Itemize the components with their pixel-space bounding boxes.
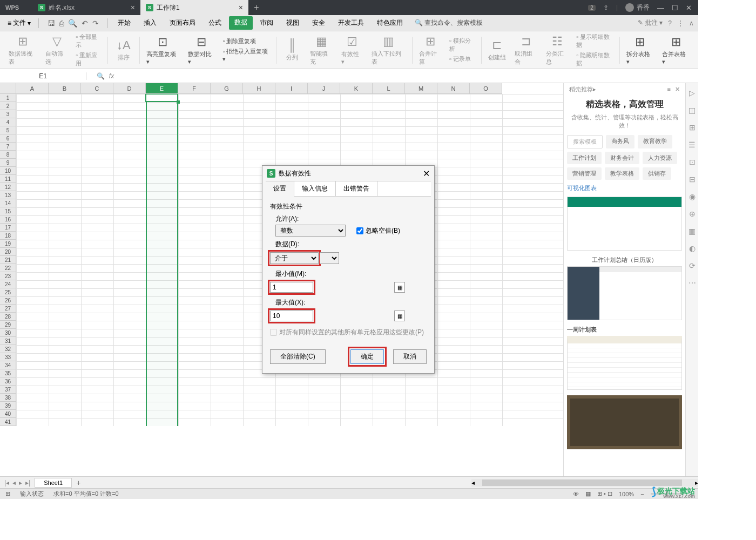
tag-商务风[interactable]: 商务风	[606, 135, 634, 148]
tab-settings[interactable]: 设置	[266, 181, 294, 197]
ribbon-重新应用[interactable]: ▫ 重新应用	[76, 51, 102, 68]
ribbon-高亮重复项[interactable]: ⊡高亮重复项 ▾	[142, 35, 184, 65]
sidebar-icon[interactable]: ⊟	[689, 175, 696, 184]
sidebar-icon[interactable]: ⊕	[689, 210, 696, 218]
undo-icon[interactable]: ↶	[82, 19, 88, 28]
search-commands[interactable]: 🔍 查找命令、搜索模板	[409, 16, 488, 30]
tag-营销管理[interactable]: 营销管理	[567, 167, 602, 180]
col-header-H[interactable]: H	[243, 83, 275, 93]
row-header-14[interactable]: 14	[0, 199, 16, 207]
user-account[interactable]: 香香	[625, 3, 650, 12]
data-select[interactable]: 介于	[270, 252, 319, 264]
row-header-28[interactable]: 28	[0, 313, 16, 321]
col-header-B[interactable]: B	[49, 83, 81, 93]
row-header-1[interactable]: 1	[0, 94, 16, 102]
row-header-31[interactable]: 31	[0, 337, 16, 345]
data-select-arrow[interactable]	[320, 252, 339, 264]
first-sheet-icon[interactable]: |◂	[4, 479, 9, 487]
row-header-35[interactable]: 35	[0, 369, 16, 377]
tab-input-message[interactable]: 输入信息	[294, 181, 336, 196]
help-icon[interactable]: ?	[668, 19, 672, 27]
ribbon-取消组合[interactable]: ⊐取消组合	[510, 35, 542, 66]
menu-特色应用[interactable]: 特色应用	[372, 16, 408, 30]
row-header-10[interactable]: 10	[0, 167, 16, 175]
ribbon-记录单[interactable]: ▫ 记录单	[449, 55, 476, 63]
max-input[interactable]	[270, 310, 313, 321]
print-icon[interactable]: ⎙	[59, 19, 64, 28]
prev-sheet-icon[interactable]: ◂	[12, 479, 16, 487]
tab-error-alert[interactable]: 出错警告	[336, 181, 377, 196]
col-header-K[interactable]: K	[340, 83, 373, 93]
close-icon[interactable]: ✕	[675, 86, 680, 93]
save-icon[interactable]: 🖫	[48, 19, 55, 28]
notification-badge[interactable]: 2	[588, 5, 596, 11]
ribbon-分类汇总[interactable]: ☷分类汇总	[542, 35, 573, 66]
next-sheet-icon[interactable]: ▸	[19, 479, 22, 487]
row-header-9[interactable]: 9	[0, 159, 16, 167]
row-header-34[interactable]: 34	[0, 361, 16, 369]
row-header-5[interactable]: 5	[0, 126, 16, 134]
ribbon-插入下拉列表[interactable]: ▥插入下拉列表	[367, 35, 410, 66]
ribbon-自动筛选[interactable]: ▽自动筛选	[41, 35, 72, 66]
ribbon-数据对比[interactable]: ⊟数据对比 ▾	[184, 35, 220, 65]
col-header-J[interactable]: J	[308, 83, 340, 93]
col-header-I[interactable]: I	[275, 83, 308, 93]
row-header-19[interactable]: 19	[0, 240, 16, 248]
col-header-F[interactable]: F	[178, 83, 211, 93]
sidebar-icon[interactable]: ▷	[689, 89, 695, 97]
template-item[interactable]	[567, 395, 682, 449]
col-header-E[interactable]: E	[146, 83, 178, 93]
col-header-L[interactable]: L	[373, 83, 405, 93]
template-item[interactable]: 一周计划表	[567, 326, 682, 390]
fx-icon[interactable]: fx	[109, 72, 114, 80]
sidebar-icon[interactable]: ◉	[689, 192, 696, 201]
menu-公式[interactable]: 公式	[203, 16, 227, 30]
menu-安全[interactable]: 安全	[307, 16, 330, 30]
ribbon-数据透视表[interactable]: ⊞数据透视表	[4, 35, 41, 66]
menu-数据[interactable]: 数据	[229, 16, 253, 30]
template-item[interactable]: 工作计划总结（日历版）	[567, 256, 682, 320]
comment-button[interactable]: ✎ 批注 ▾	[638, 18, 663, 28]
mode-indicator-icon[interactable]: ⊞	[5, 490, 10, 497]
row-header-15[interactable]: 15	[0, 207, 16, 215]
ribbon-分列[interactable]: ║分列	[279, 38, 306, 62]
row-header-6[interactable]: 6	[0, 134, 16, 143]
allow-select[interactable]: 整数	[275, 225, 346, 237]
close-icon[interactable]: ×	[239, 3, 243, 12]
sidebar-icon[interactable]: ⋯	[688, 279, 696, 287]
zoom-level[interactable]: 100%	[619, 491, 634, 497]
minimize-icon[interactable]: —	[657, 4, 664, 12]
ribbon-显示明细数据[interactable]: ▫ 显示明细数据	[576, 33, 614, 49]
min-input[interactable]	[270, 282, 313, 293]
row-header-30[interactable]: 30	[0, 329, 16, 337]
col-header-G[interactable]: G	[211, 83, 243, 93]
tab-file-2[interactable]: S 工作簿1 ×	[140, 0, 248, 15]
row-header-17[interactable]: 17	[0, 224, 16, 232]
col-header-C[interactable]: C	[81, 83, 113, 93]
menu-视图[interactable]: 视图	[281, 16, 305, 30]
close-icon[interactable]: ✕	[423, 168, 430, 179]
template-item[interactable]	[567, 197, 682, 251]
layout-icon[interactable]: ▦	[585, 490, 591, 497]
row-header-23[interactable]: 23	[0, 272, 16, 280]
close-window-icon[interactable]: ✕	[686, 4, 692, 12]
col-header-N[interactable]: N	[437, 83, 470, 93]
close-icon[interactable]: ×	[131, 3, 135, 12]
col-header-M[interactable]: M	[405, 83, 437, 93]
tag-人力资源[interactable]: 人力资源	[643, 152, 677, 164]
ribbon-拒绝录入重复项[interactable]: ▫ 拒绝录入重复项 ▾	[222, 48, 271, 63]
row-header-7[interactable]: 7	[0, 143, 16, 151]
sidebar-icon[interactable]: ◐	[689, 244, 696, 253]
ribbon-删除重复项[interactable]: ▫ 删除重复项	[222, 37, 271, 45]
row-header-29[interactable]: 29	[0, 321, 16, 329]
sidebar-icon[interactable]: ⊞	[689, 123, 696, 132]
sidebar-icon[interactable]: ⊡	[689, 158, 696, 166]
select-all-corner[interactable]	[0, 83, 16, 94]
fill-handle[interactable]	[177, 100, 180, 104]
menu-页面布局[interactable]: 页面布局	[164, 16, 201, 30]
row-header-21[interactable]: 21	[0, 256, 16, 264]
row-header-33[interactable]: 33	[0, 353, 16, 361]
collapse-ribbon-icon[interactable]: ∧	[689, 19, 694, 27]
menu-审阅[interactable]: 审阅	[255, 16, 279, 30]
zoom-out-icon[interactable]: −	[640, 491, 644, 497]
